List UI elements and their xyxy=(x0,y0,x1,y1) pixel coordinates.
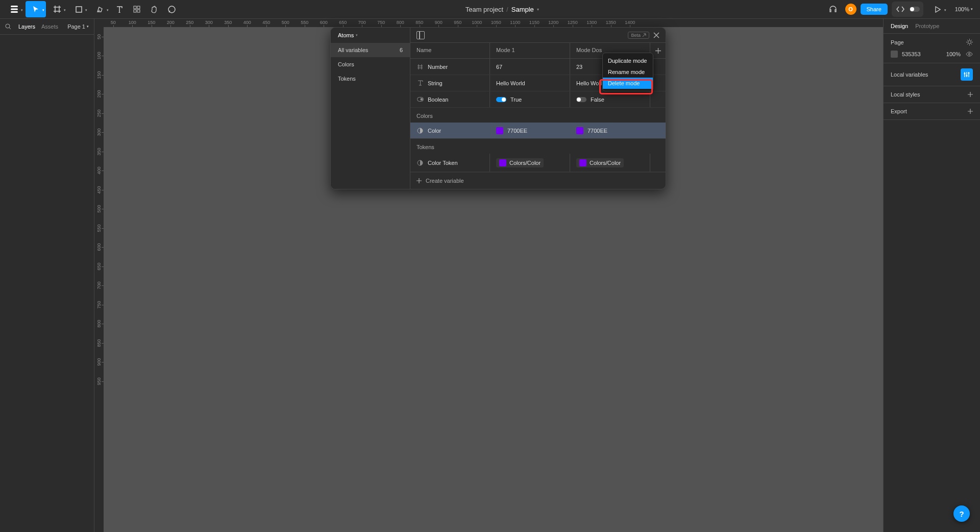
cell-value[interactable]: 7700EE xyxy=(490,123,570,138)
cell-value[interactable]: Hello World xyxy=(490,75,570,91)
section-page: Page 535353 100% xyxy=(884,34,980,63)
text-icon xyxy=(116,6,122,13)
section-title: Local variables xyxy=(891,71,928,78)
menu-item-rename-mode[interactable]: Rename mode xyxy=(603,66,653,78)
sidebar-item-all-variables[interactable]: All variables 6 xyxy=(331,43,410,57)
svg-rect-5 xyxy=(137,6,140,9)
variable-row-color[interactable]: Color 7700EE 7700EE xyxy=(410,123,666,139)
dev-mode-button[interactable] xyxy=(893,3,908,15)
ruler-tick: 1250 xyxy=(563,19,582,27)
collection-selector[interactable]: Atoms ▾ xyxy=(331,28,410,43)
cell-value[interactable]: True xyxy=(490,91,570,107)
toggle-off-icon xyxy=(576,97,586,102)
file-title-group[interactable]: Team project / Sample ▾ xyxy=(465,6,539,13)
string-type-icon xyxy=(416,80,424,86)
variables-main: Beta Name Mode 1 Mode Dos xyxy=(410,28,666,189)
resources-button[interactable] xyxy=(129,1,145,17)
present-button[interactable]: ▾ xyxy=(927,1,948,17)
sidebar-item-label: Tokens xyxy=(338,76,356,82)
opacity-value: 100% xyxy=(946,51,961,57)
sidebar-item-label: All variables xyxy=(338,47,368,53)
code-icon xyxy=(896,6,904,12)
frame-icon xyxy=(54,6,61,13)
svg-rect-4 xyxy=(134,6,136,9)
ruler-tick: 200 xyxy=(94,85,104,104)
audio-button[interactable] xyxy=(825,1,841,17)
number-type-icon xyxy=(416,64,424,70)
column-header-mode1[interactable]: Mode 1 xyxy=(490,43,570,58)
variable-name: Color xyxy=(428,128,441,134)
ruler-tick: 950 xyxy=(94,372,104,391)
cell-value[interactable]: Colors/Color xyxy=(570,154,650,172)
share-button[interactable]: Share xyxy=(861,4,888,15)
sidebar-item-tokens[interactable]: Tokens xyxy=(331,71,410,86)
dev-mode-toggle[interactable] xyxy=(908,3,922,15)
tab-layers[interactable]: Layers xyxy=(18,23,35,30)
shape-tool-button[interactable]: ▾ xyxy=(68,1,89,17)
mode-context-menu: Duplicate mode Rename mode Delete mode xyxy=(602,53,653,91)
chevron-down-icon: ▾ xyxy=(944,8,946,12)
open-variables-button[interactable] xyxy=(961,68,973,81)
hand-tool-button[interactable] xyxy=(146,1,162,17)
plus-icon xyxy=(655,48,661,54)
sun-icon xyxy=(966,39,973,45)
cell-value[interactable]: 7700EE xyxy=(570,123,650,138)
chevron-down-icon: ▾ xyxy=(971,7,973,11)
chevron-down-icon: ▾ xyxy=(87,25,89,29)
main-menu-button[interactable]: ▾ xyxy=(4,1,24,17)
help-button[interactable]: ? xyxy=(953,505,970,522)
tab-design[interactable]: Design xyxy=(891,23,908,29)
variable-row-boolean[interactable]: Boolean True False xyxy=(410,91,666,108)
svg-point-17 xyxy=(968,72,970,74)
cell-value[interactable]: Colors/Color xyxy=(490,154,570,172)
pen-tool-button[interactable]: ▾ xyxy=(90,1,110,17)
ruler-tick: 450 xyxy=(94,180,104,200)
horizontal-ruler: 5010015020025030035040045050055060065070… xyxy=(104,19,883,27)
group-header-colors: Colors xyxy=(410,108,666,123)
cell-value[interactable]: False xyxy=(570,91,650,107)
settings-button[interactable] xyxy=(966,39,973,45)
external-link-icon xyxy=(642,33,646,37)
ruler-tick: 750 xyxy=(372,19,391,27)
add-style-button[interactable] xyxy=(968,92,973,97)
zoom-control[interactable]: 100% ▾ xyxy=(952,6,976,12)
search-button[interactable] xyxy=(5,23,12,30)
menu-item-duplicate-mode[interactable]: Duplicate mode xyxy=(603,55,653,66)
toolbar-left-group: ▾ ▾ ▾ ▾ ▾ xyxy=(4,1,180,17)
ruler-tick: 1400 xyxy=(621,19,640,27)
ruler-tick: 650 xyxy=(94,257,104,276)
close-button[interactable] xyxy=(653,32,659,38)
ruler-tick: 550 xyxy=(94,219,104,238)
cell-value[interactable]: 67 xyxy=(490,59,570,75)
menu-item-delete-mode[interactable]: Delete mode xyxy=(603,78,653,89)
user-avatar[interactable]: O xyxy=(845,4,856,15)
panel-layout-icon[interactable] xyxy=(416,31,425,39)
ruler-tick: 300 xyxy=(94,123,104,142)
alias-path: Colors/Color xyxy=(509,160,541,166)
ruler-tick: 750 xyxy=(94,295,104,315)
sidebar-item-colors[interactable]: Colors xyxy=(331,57,410,71)
create-variable-button[interactable]: Create variable xyxy=(410,173,666,189)
plus-icon xyxy=(968,109,973,114)
visibility-toggle[interactable] xyxy=(966,51,973,58)
move-tool-button[interactable]: ▾ xyxy=(26,1,46,17)
add-export-button[interactable] xyxy=(968,109,973,114)
text-tool-button[interactable] xyxy=(111,1,128,17)
background-color-row[interactable]: 535353 100% xyxy=(891,51,973,58)
ruler-tick: 1350 xyxy=(601,19,621,27)
svg-rect-0 xyxy=(11,6,18,7)
section-export: Export xyxy=(884,103,980,120)
ruler-tick: 50 xyxy=(104,19,123,27)
ruler-tick: 350 xyxy=(218,19,238,27)
color-hex: 7700EE xyxy=(587,128,607,134)
tab-prototype[interactable]: Prototype xyxy=(915,23,939,29)
frame-tool-button[interactable]: ▾ xyxy=(47,1,67,17)
comment-tool-button[interactable] xyxy=(163,1,180,17)
page-selector[interactable]: Page 1 ▾ xyxy=(67,23,89,30)
ruler-tick: 600 xyxy=(94,238,104,257)
beta-badge[interactable]: Beta xyxy=(628,32,649,39)
chevron-down-icon: ▾ xyxy=(21,8,23,12)
tab-assets[interactable]: Assets xyxy=(41,23,58,30)
variable-row-color-token[interactable]: Color Token Colors/Color Colors/Color xyxy=(410,154,666,172)
color-type-icon xyxy=(416,128,424,134)
